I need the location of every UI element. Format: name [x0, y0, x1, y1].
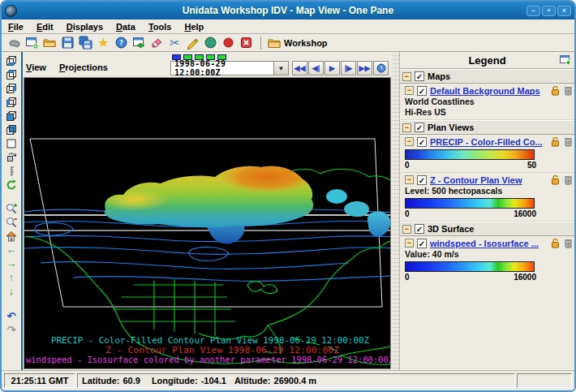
pan-left-icon[interactable]: ← — [4, 243, 19, 256]
colorbar-max: 16000 — [514, 273, 536, 282]
display-link[interactable]: Z - Contour Plan View — [430, 175, 547, 185]
vertical-scale-icon[interactable] — [4, 164, 19, 178]
minimize-button[interactable]: − — [527, 6, 540, 16]
step-back-button[interactable]: ◀| — [308, 61, 324, 75]
lock-icon[interactable] — [550, 174, 561, 185]
show-dashboard-icon[interactable] — [24, 35, 40, 50]
status-extra-box — [517, 373, 572, 388]
view-left-cube-icon[interactable] — [4, 95, 19, 109]
menu-help[interactable]: Help — [184, 22, 204, 32]
display-visibility-checkbox[interactable]: ✓ — [417, 137, 427, 147]
zoom-out-icon[interactable] — [4, 215, 19, 229]
display-visibility-checkbox[interactable]: ✓ — [417, 239, 427, 248]
lock-icon[interactable] — [550, 238, 561, 248]
time-step[interactable] — [217, 54, 226, 60]
menu-tools[interactable]: Tools — [148, 22, 172, 32]
favorites-icon[interactable]: ★ — [96, 35, 111, 50]
menu-data[interactable]: Data — [116, 22, 135, 32]
workshop-label[interactable]: Workshop — [284, 38, 328, 48]
view-right-cube-icon[interactable] — [4, 81, 19, 95]
plan-views-visibility-checkbox[interactable]: ✓ — [415, 123, 424, 132]
menu-edit[interactable]: Edit — [37, 22, 54, 32]
maps-visibility-checkbox[interactable]: ✓ — [415, 71, 424, 81]
2d-view-icon[interactable] — [4, 136, 19, 150]
display-visibility-checkbox[interactable]: ✓ — [417, 175, 427, 185]
collapse-icon[interactable]: − — [402, 225, 411, 234]
rewind-button[interactable]: ◀◀ — [292, 61, 307, 75]
fast-forward-button[interactable]: ▶▶ — [357, 61, 372, 75]
time-select-field[interactable]: 1998-06-29 12:00:00Z — [170, 61, 274, 75]
menu-file[interactable]: File — [8, 22, 24, 32]
display-link[interactable]: Default Background Maps — [430, 86, 547, 96]
time-step[interactable] — [195, 54, 204, 60]
windspeed-colorbar[interactable] — [405, 261, 535, 272]
lock-icon[interactable] — [550, 136, 561, 147]
lock-icon[interactable] — [550, 85, 561, 96]
maximize-button[interactable]: + — [542, 6, 556, 16]
view-bottom-cube-icon[interactable] — [4, 54, 19, 67]
eraser-icon[interactable] — [149, 35, 165, 50]
view-front-cube-icon[interactable] — [4, 109, 19, 123]
redo-icon[interactable]: ↷ — [4, 323, 19, 337]
menu-displays[interactable]: Displays — [67, 22, 103, 32]
display-link[interactable]: PRECIP - Color-Filled Co... — [430, 137, 547, 147]
trash-icon[interactable] — [564, 136, 573, 147]
view-top-cube-icon[interactable] — [4, 67, 19, 81]
surface-visibility-checkbox[interactable]: ✓ — [415, 224, 424, 234]
pan-right-icon[interactable]: → — [4, 256, 19, 270]
app-icon — [5, 5, 17, 17]
collapse-icon[interactable]: − — [405, 175, 414, 184]
play-button[interactable]: ▶ — [325, 61, 340, 75]
collapse-icon[interactable]: − — [402, 123, 411, 132]
rotate-view-icon[interactable] — [4, 150, 19, 164]
save-bundle-icon[interactable] — [60, 35, 75, 50]
save-as-icon[interactable] — [78, 35, 93, 50]
globe-icon[interactable] — [203, 35, 218, 50]
map-view-panel: View Projections 1998-06-29 12:00:00Z ▼ — [23, 52, 392, 370]
legend-item-windspeed: − ✓ windspeed - Isosurface ... Value: 40… — [400, 236, 574, 284]
home-view-icon[interactable] — [4, 229, 19, 243]
collapse-icon[interactable]: − — [405, 239, 414, 248]
time-dropdown-button[interactable]: ▼ — [274, 61, 289, 75]
legend-splitter[interactable] — [392, 52, 399, 370]
altitude-label: Altitude: — [234, 376, 271, 386]
refresh-view-icon[interactable] — [4, 178, 19, 192]
record-icon[interactable] — [221, 35, 236, 50]
help-icon[interactable]: ? — [114, 35, 129, 50]
view-back-cube-icon[interactable] — [4, 123, 19, 136]
screen-capture-icon[interactable] — [6, 35, 22, 50]
pan-up-icon[interactable]: ↑ — [4, 270, 19, 284]
time-step-indicator[interactable] — [172, 54, 226, 60]
display-link[interactable]: windspeed - Isosurface ... — [430, 239, 547, 248]
step-forward-button[interactable]: |▶ — [341, 61, 356, 75]
title-bar: Unidata Workshop IDV - Map View - One Pa… — [2, 2, 574, 19]
zoom-in-icon[interactable] — [4, 201, 19, 215]
pan-down-icon[interactable]: ↓ — [4, 284, 19, 298]
collapse-icon[interactable]: − — [402, 72, 411, 81]
trash-icon[interactable] — [564, 174, 573, 185]
collapse-icon[interactable]: − — [405, 137, 414, 146]
open-bundle-icon[interactable] — [42, 35, 58, 50]
menu-view[interactable]: View — [26, 62, 46, 72]
legend-panel: Legend − ✓ Maps − ✓ Default Background M… — [399, 52, 574, 370]
z-colorbar[interactable] — [405, 198, 535, 209]
close-button[interactable]: × — [557, 6, 571, 16]
remove-displays-icon[interactable] — [239, 35, 254, 50]
precip-colorbar[interactable] — [405, 149, 535, 160]
time-step[interactable] — [183, 54, 192, 60]
menu-projections[interactable]: Projections — [59, 62, 108, 72]
trash-icon[interactable] — [564, 238, 573, 248]
undo-icon[interactable]: ↶ — [4, 309, 19, 323]
time-step-current[interactable] — [172, 54, 181, 60]
time-step[interactable] — [206, 54, 215, 60]
trash-icon[interactable] — [564, 85, 573, 96]
float-legend-button[interactable] — [559, 54, 571, 67]
workshop-toolbar-group[interactable]: Workshop — [268, 37, 328, 49]
export-icon[interactable] — [131, 35, 147, 50]
cut-icon[interactable]: ✂ — [167, 35, 183, 50]
collapse-icon[interactable]: − — [405, 86, 414, 95]
time-properties-button[interactable] — [373, 61, 389, 75]
display-visibility-checkbox[interactable]: ✓ — [417, 86, 427, 96]
edit-icon[interactable] — [185, 35, 200, 50]
3d-map-canvas[interactable]: PRECIP - Color-Filled Contour Plan View … — [24, 77, 391, 369]
